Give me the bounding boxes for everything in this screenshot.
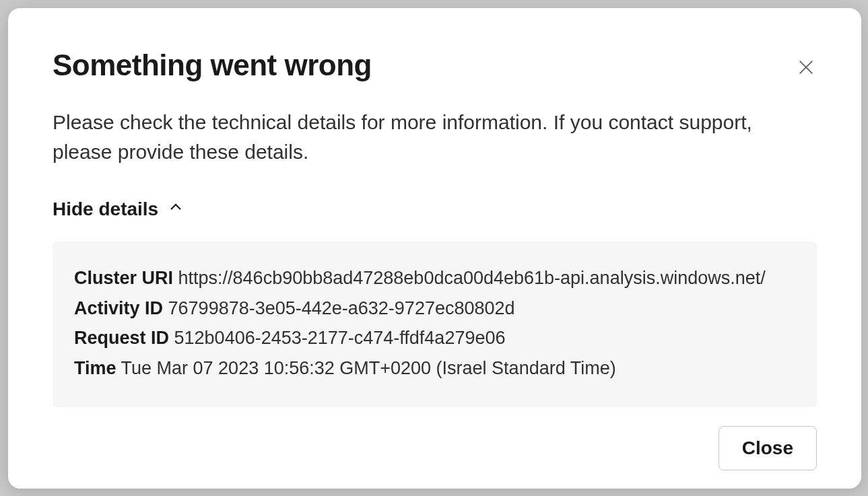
time-value: Tue Mar 07 2023 10:56:32 GMT+0200 (Israe… bbox=[121, 358, 616, 378]
modal-footer: Close bbox=[53, 426, 817, 470]
cluster-uri-value: https://846cb90bb8ad47288eb0dca00d4eb61b… bbox=[178, 268, 766, 288]
close-icon-button[interactable] bbox=[791, 52, 821, 82]
request-id-value: 512b0406-2453-2177-c474-ffdf4a279e06 bbox=[174, 328, 506, 348]
cluster-uri-label: Cluster URI bbox=[74, 268, 173, 288]
detail-request-id: Request ID 512b0406-2453-2177-c474-ffdf4… bbox=[74, 323, 795, 353]
detail-activity-id: Activity ID 76799878-3e05-442e-a632-9727… bbox=[74, 293, 795, 324]
activity-id-label: Activity ID bbox=[74, 298, 163, 318]
request-id-label: Request ID bbox=[74, 328, 169, 348]
close-icon bbox=[797, 58, 815, 77]
time-label: Time bbox=[74, 358, 116, 378]
detail-time: Time Tue Mar 07 2023 10:56:32 GMT+0200 (… bbox=[74, 353, 795, 384]
activity-id-value: 76799878-3e05-442e-a632-9727ec80802d bbox=[168, 298, 515, 318]
toggle-details-label: Hide details bbox=[53, 199, 158, 220]
close-button[interactable]: Close bbox=[719, 426, 817, 470]
modal-header: Something went wrong bbox=[53, 48, 817, 82]
error-modal: Something went wrong Please check the te… bbox=[8, 8, 861, 489]
detail-cluster-uri: Cluster URI https://846cb90bb8ad47288eb0… bbox=[74, 263, 795, 293]
details-panel: Cluster URI https://846cb90bb8ad47288eb0… bbox=[53, 242, 817, 407]
modal-title: Something went wrong bbox=[53, 48, 372, 82]
chevron-up-icon bbox=[168, 199, 184, 220]
toggle-details-button[interactable]: Hide details bbox=[53, 199, 817, 220]
modal-message: Please check the technical details for m… bbox=[53, 108, 780, 166]
